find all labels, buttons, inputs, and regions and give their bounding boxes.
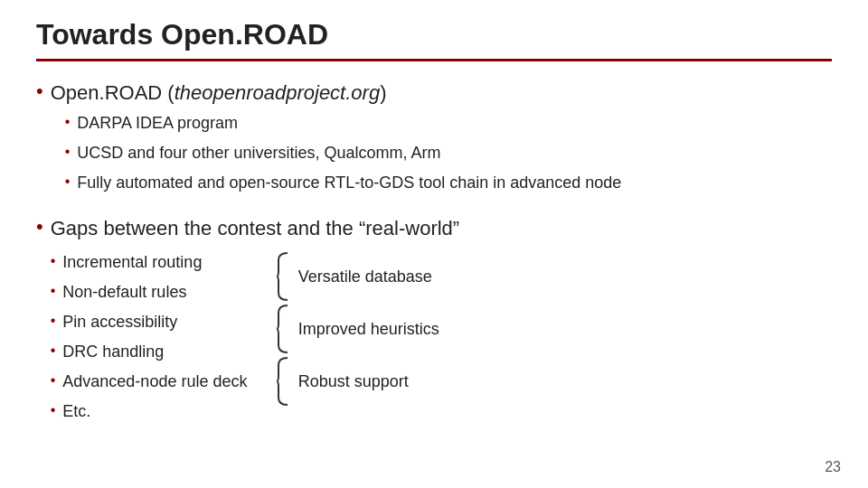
sub-text-fully: Fully automated and open-source RTL-to-G…	[77, 171, 621, 195]
gap-dot-6: •	[51, 399, 56, 421]
slide-title: Towards Open.ROAD	[36, 18, 328, 51]
gap-item-5: • Advanced-node rule deck	[51, 370, 268, 394]
brace-label-2: Improved heuristics	[298, 317, 439, 342]
brace-svg-3	[275, 356, 291, 407]
brace-svg-1	[275, 251, 291, 302]
gap-text-4: DRC handling	[62, 340, 164, 364]
sub-dot-2: •	[65, 141, 71, 163]
brace-3: Robust support	[275, 355, 439, 408]
sub-bullets-openroad: • DARPA IDEA program • UCSD and four oth…	[65, 111, 622, 195]
slide: Towards Open.ROAD • Open.ROAD (theopenro…	[0, 0, 868, 488]
sub-text-darpa: DARPA IDEA program	[77, 111, 238, 136]
bullet-dot-2: •	[36, 213, 43, 241]
gap-dot-2: •	[51, 280, 56, 302]
sub-bullet-ucsd: • UCSD and four other universities, Qual…	[65, 141, 622, 165]
sub-text-ucsd: UCSD and four other universities, Qualco…	[77, 141, 440, 165]
gap-text-5: Advanced-node rule deck	[62, 370, 247, 394]
gap-dot-3: •	[51, 310, 56, 332]
gap-dot-1: •	[51, 250, 56, 272]
page-number: 23	[825, 459, 841, 475]
gap-text-3: Pin accessibility	[62, 310, 177, 334]
gap-dot-4: •	[51, 340, 56, 361]
sub-dot-1: •	[65, 111, 71, 133]
sub-bullet-darpa: • DARPA IDEA program	[65, 111, 622, 136]
brace-label-3: Robust support	[298, 370, 409, 394]
gap-dot-5: •	[51, 370, 56, 391]
gaps-layout: • Incremental routing • Non-default rule…	[51, 250, 832, 429]
bullet-gaps-text: Gaps between the contest and the “real-w…	[51, 217, 459, 239]
bullet-openroad: • Open.ROAD (theopenroadproject.org) • D…	[36, 78, 832, 201]
bullet-gaps: • Gaps between the contest and the “real…	[36, 213, 832, 429]
bullet-openroad-text: Open.ROAD (theopenroadproject.org)	[51, 81, 387, 104]
sub-dot-3: •	[65, 171, 71, 192]
gap-item-1: • Incremental routing	[51, 250, 268, 275]
bullet-dot-1: •	[36, 78, 43, 106]
gap-item-2: • Non-default rules	[51, 280, 268, 305]
title-section: Towards Open.ROAD	[36, 18, 832, 61]
gap-text-1: Incremental routing	[62, 250, 202, 275]
gap-item-3: • Pin accessibility	[51, 310, 268, 334]
sub-bullet-fully: • Fully automated and open-source RTL-to…	[65, 171, 622, 195]
gap-item-6: • Etc.	[51, 399, 268, 424]
gap-text-2: Non-default rules	[62, 280, 186, 305]
gap-text-6: Etc.	[62, 399, 90, 424]
gap-items-list: • Incremental routing • Non-default rule…	[51, 250, 268, 429]
brace-2: Improved heuristics	[275, 303, 439, 355]
gap-item-4: • DRC handling	[51, 340, 268, 364]
brace-1: Versatile database	[275, 250, 439, 303]
brace-label-1: Versatile database	[298, 265, 432, 289]
brace-svg-2	[275, 304, 291, 354]
openroad-link: theopenroadproject.org	[175, 81, 381, 104]
brace-annotations: Versatile database Improved heuristics	[275, 250, 439, 408]
content: • Open.ROAD (theopenroadproject.org) • D…	[36, 78, 832, 429]
